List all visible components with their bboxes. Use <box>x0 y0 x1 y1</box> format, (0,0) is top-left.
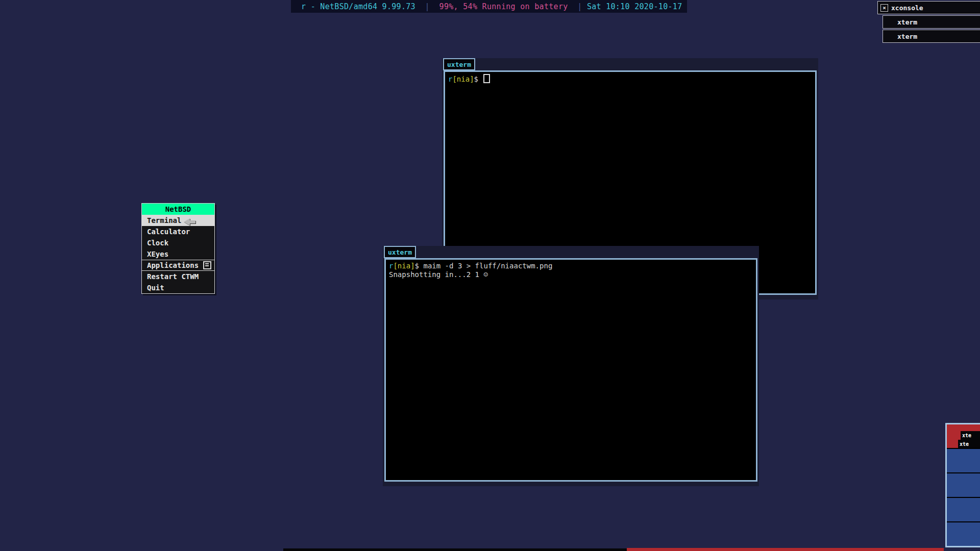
terminal-text: Snapshotting in...2 1 ☺ <box>389 270 488 279</box>
menu-item-label: Applications <box>147 261 199 269</box>
terminal-line: Snapshotting in...2 1 ☺ <box>389 270 753 279</box>
submenu-icon <box>203 261 211 269</box>
window-title: uxterm <box>447 61 471 68</box>
menu-item-restart-ctwm[interactable]: Restart CTWM <box>142 271 214 282</box>
icon-manager-label: xterm <box>897 33 917 40</box>
window-title-strip[interactable] <box>383 246 759 247</box>
window-title-tab[interactable]: uxterm <box>443 58 475 70</box>
terminal-text: $ <box>474 75 483 83</box>
terminal-text: [nia] <box>393 262 414 270</box>
status-segment: | <box>415 2 439 11</box>
menu-item-xeyes[interactable]: XEyes <box>142 248 214 260</box>
workspace-cell-5[interactable] <box>947 522 980 546</box>
menu-item-terminal[interactable]: Terminal <box>142 215 214 226</box>
menu-items: TerminalCalculatorClockXEyesApplications… <box>142 215 214 293</box>
offscreen-window-edge-black[interactable] <box>283 548 627 551</box>
mouse-cursor-icon <box>184 218 195 226</box>
icon-manager: ×xconsolextermxterm <box>877 1 980 44</box>
menu-item-label: XEyes <box>147 250 168 258</box>
workspace-cell-1[interactable]: xtexte <box>947 424 980 449</box>
terminal-content[interactable]: r[nia]$ maim -d 3 > fluff/niaactwm.pngSn… <box>384 258 757 482</box>
menu-title: NetBSD <box>142 204 214 215</box>
cursor-arrow-shaft <box>190 220 195 223</box>
workspace-cell-2[interactable] <box>947 449 980 473</box>
window-title: uxterm <box>388 248 412 256</box>
terminal-text: $ maim -d 3 > fluff/niaactwm.png <box>415 262 553 270</box>
menu-item-applications[interactable]: Applications <box>142 260 214 271</box>
icon-manager-entry-xconsole[interactable]: ×xconsole <box>877 1 980 14</box>
terminal-cursor <box>483 74 490 83</box>
menu-item-quit[interactable]: Quit <box>142 282 214 293</box>
icon-manager-entry-xterm[interactable]: xterm <box>883 30 980 43</box>
workspace-cell-3[interactable] <box>947 473 980 498</box>
window-uxterm-2[interactable]: uxterm r[nia]$ maim -d 3 > fluff/niaactw… <box>383 246 759 486</box>
status-bar: r - NetBSD/amd64 9.99.73 | 99%, 54% Runn… <box>291 0 687 13</box>
menu-item-label: Quit <box>147 284 164 292</box>
iconified-icon: × <box>880 4 888 12</box>
pager-window[interactable]: xte <box>958 440 980 448</box>
menu-item-calculator[interactable]: Calculator <box>142 226 214 237</box>
terminal-line: r[nia]$ maim -d 3 > fluff/niaactwm.png <box>389 262 753 270</box>
status-segment: | <box>568 2 587 11</box>
menu-item-label: Restart CTWM <box>147 272 199 281</box>
icon-manager-label: xconsole <box>891 4 923 12</box>
icon-manager-label: xterm <box>897 18 917 26</box>
menu-item-clock[interactable]: Clock <box>142 237 214 248</box>
terminal-text: [nia] <box>452 75 474 83</box>
terminal-line: r[nia]$ <box>448 74 812 84</box>
cursor-arrow-head <box>184 218 190 226</box>
icon-manager-entry-xterm[interactable]: xterm <box>883 15 980 29</box>
status-segment: r - NetBSD/amd64 9.99.73 <box>301 2 415 11</box>
menu-item-label: Terminal <box>147 216 181 224</box>
window-title-tab[interactable]: uxterm <box>384 246 416 258</box>
netbsd-menu: NetBSD TerminalCalculatorClockXEyesAppli… <box>141 203 215 294</box>
menu-item-label: Calculator <box>147 228 190 236</box>
menu-item-label: Clock <box>147 239 168 247</box>
offscreen-window-edge-red[interactable] <box>627 548 944 551</box>
pager-window[interactable]: xte <box>961 431 980 440</box>
status-segment: Sat 10:10 2020-10-17 <box>587 2 682 11</box>
workspace-cell-4[interactable] <box>947 498 980 522</box>
status-segment: 99%, 54% Running on battery <box>439 2 568 11</box>
workspace-pager[interactable]: xtexte <box>945 423 980 547</box>
window-title-strip[interactable] <box>442 58 818 59</box>
